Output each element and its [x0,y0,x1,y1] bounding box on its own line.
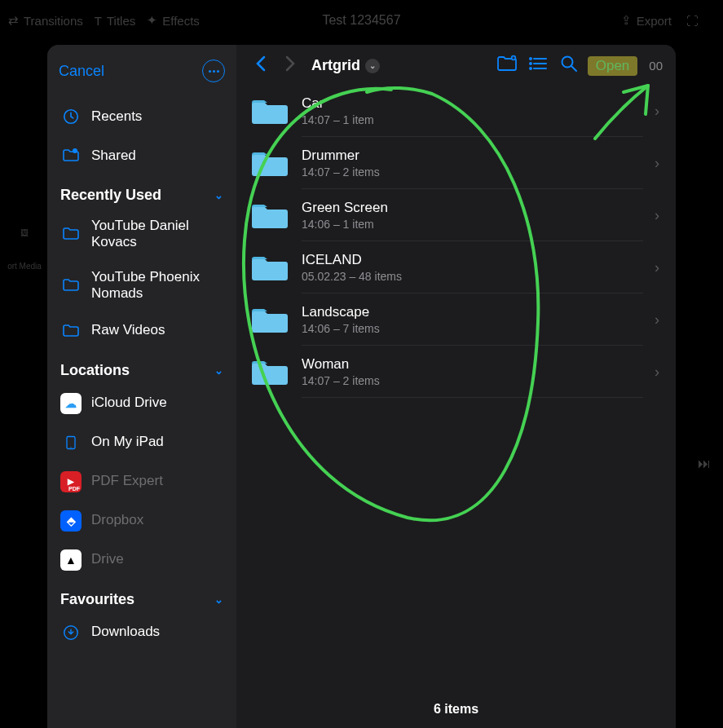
folder-row[interactable]: ICELAND05.02.23 – 48 items› [249,241,676,293]
folder-row[interactable]: Woman14:07 – 2 items› [249,346,676,398]
folder-icon [60,275,82,296]
svg-point-11 [530,68,531,69]
search-button[interactable] [557,55,581,77]
sidebar-item-icloud[interactable]: ☁︎ iCloud Drive [47,384,236,423]
chevron-right-icon: › [655,259,663,276]
ellipsis-icon [209,70,219,73]
svg-point-3 [70,447,71,448]
section-favourites[interactable]: Favourites ⌄ [47,580,236,613]
folder-name: Green Screen [302,200,643,216]
section-title: Recently Used [60,187,161,204]
folder-row[interactable]: Green Screen14:06 – 1 item› [249,189,676,241]
file-browser-sheet: Cancel Recents Shared Recently Used ⌄ [47,45,676,728]
file-list: Car14:07 – 1 item›Drummer14:07 – 2 items… [236,85,676,690]
folder-meta: 14:07 – 1 item [302,113,643,126]
sidebar-item-label: Raw Videos [91,322,223,338]
back-button[interactable] [249,55,272,77]
folder-icon [249,355,290,388]
cancel-button[interactable]: Cancel [59,63,104,80]
icloud-icon: ☁︎ [60,393,82,414]
folder-meta: 14:07 – 2 items [302,374,643,387]
ipad-icon [60,432,82,453]
breadcrumb[interactable]: Artgrid ⌄ [311,57,380,74]
sidebar-item-dropbox[interactable]: ⬘ Dropbox [47,501,236,540]
export-button[interactable]: ⇪ Export [621,13,672,28]
chevron-down-icon: ⌄ [365,59,380,73]
folder-icon [60,320,82,342]
sidebar-item-label: iCloud Drive [91,395,223,411]
folder-meta: 14:06 – 1 item [302,218,643,231]
sidebar-item-drive[interactable]: ▲ Drive [47,540,236,580]
folder-icon [249,251,290,284]
chevron-right-icon: › [655,311,663,329]
sidebar-item-label: YouTube Daniel Kovacs [91,218,223,251]
folder-meta: 14:06 – 7 items [302,322,643,335]
sidebar-item-recents[interactable]: Recents [47,97,236,136]
sidebar-item-recent-2[interactable]: Raw Videos [47,311,236,351]
sidebar-item-label: On My iPad [91,434,223,450]
svg-point-1 [73,148,77,153]
folder-row[interactable]: Landscape14:06 – 7 items› [249,293,676,346]
sidebar-item-label: Dropbox [91,512,223,528]
sidebar-item-label: Shared [91,148,223,164]
folder-icon [249,199,290,232]
export-icon: ⇪ [621,13,632,28]
bg-right-controls: ⏭ [698,457,711,471]
bg-side-panel: 🖼 ort Media [0,228,49,271]
import-media-label: ort Media [7,262,42,271]
chevron-right-icon: › [655,155,663,172]
chevron-right-icon: › [655,364,663,381]
fullscreen-icon[interactable]: ⛶ [686,14,699,28]
section-recently-used[interactable]: Recently Used ⌄ [47,175,236,209]
list-view-button[interactable] [526,55,550,76]
section-title: Locations [60,362,130,379]
folder-icon [249,303,290,336]
sidebar-item-recent-0[interactable]: YouTube Daniel Kovacs [47,209,236,260]
forward-button[interactable] [279,55,302,77]
section-locations[interactable]: Locations ⌄ [47,351,236,384]
svg-point-10 [530,63,531,64]
item-count-footer: 6 items [236,690,676,728]
chevron-down-icon: ⌄ [214,189,223,201]
section-title: Favourites [60,591,134,608]
chevron-right-icon: › [655,207,663,224]
sidebar-item-shared[interactable]: Shared [47,136,236,175]
project-title: Test 1234567 [0,13,723,28]
svg-point-9 [530,58,531,60]
chevron-right-icon: › [655,103,663,120]
chevron-down-icon: ⌄ [214,364,223,377]
folder-name: ICELAND [302,252,643,268]
sidebar-item-downloads[interactable]: Downloads [47,613,236,652]
folder-meta: 14:07 – 2 items [302,165,643,179]
folder-name: Drummer [302,148,643,164]
export-label: Export [637,14,672,28]
counter-badge: 00 [649,59,663,73]
sidebar-item-label: Drive [91,551,223,567]
sidebar-item-label: Downloads [91,624,223,640]
folder-icon [249,147,290,179]
skip-forward-icon[interactable]: ⏭ [698,457,711,470]
folder-row[interactable]: Drummer14:07 – 2 items› [249,137,676,189]
file-toolbar: Artgrid ⌄ Open 00 [236,45,676,85]
chevron-down-icon: ⌄ [214,593,223,606]
new-folder-button[interactable] [495,55,519,77]
folder-name: Landscape [302,304,643,320]
folder-row[interactable]: Car14:07 – 1 item› [249,85,676,137]
open-button[interactable]: Open [588,56,638,76]
sidebar-item-pdfexpert[interactable]: ▶ PDF Expert [47,462,236,501]
app-topbar: ⇄ Transitions T Titles ✦ Effects Test 12… [0,0,723,41]
more-button[interactable] [202,60,225,82]
download-icon [60,622,82,643]
sidebar: Cancel Recents Shared Recently Used ⌄ [47,45,236,728]
breadcrumb-label: Artgrid [311,57,360,74]
folder-name: Car [302,95,643,112]
sidebar-item-ipad[interactable]: On My iPad [47,423,236,462]
folder-name: Woman [302,356,643,373]
sidebar-item-label: Recents [91,108,223,125]
folder-shared-icon [60,145,82,166]
folder-meta: 05.02.23 – 48 items [302,270,643,283]
clock-icon [60,106,82,127]
sidebar-item-label: YouTube Phoenix Nomads [91,269,223,302]
sidebar-item-recent-1[interactable]: YouTube Phoenix Nomads [47,260,236,311]
sidebar-item-label: PDF Expert [91,473,223,489]
